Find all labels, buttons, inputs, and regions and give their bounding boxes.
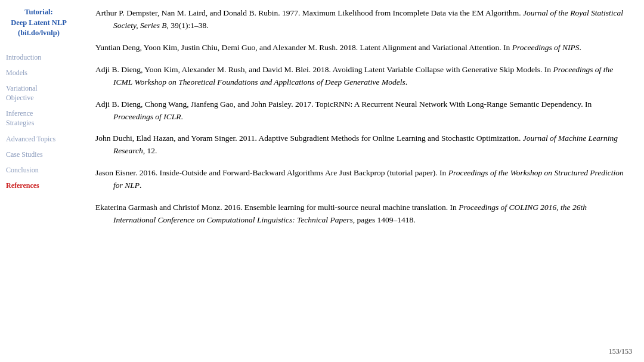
list-item: Adji B. Dieng, Chong Wang, Jianfeng Gao,… (95, 98, 626, 123)
sidebar-item-introduction[interactable]: Introduction (5, 49, 73, 65)
journal-title: Proceedings of the Workshop on Structure… (113, 168, 624, 190)
reference-list: Arthur P. Dempster, Nan M. Laird, and Do… (95, 7, 626, 236)
list-item: Ekaterina Garmash and Christof Monz. 201… (95, 202, 626, 227)
main-content: Arthur P. Dempster, Nan M. Laird, and Do… (78, 0, 644, 362)
sidebar-item-advanced-topics[interactable]: Advanced Topics (5, 131, 73, 147)
sidebar-item-conclusion[interactable]: Conclusion (5, 162, 73, 178)
sidebar-title-line1: Tutorial: (24, 8, 52, 16)
list-item: Arthur P. Dempster, Nan M. Laird, and Do… (95, 7, 626, 32)
sidebar-title: Tutorial: Deep Latent NLP (bit.do/lvnlp) (5, 7, 73, 39)
sidebar-nav: Introduction Models VariationalObjective… (5, 49, 73, 194)
journal-title: Proceedings of the ICML Workshop on Theo… (113, 65, 613, 86)
journal-title: Journal of the Royal Statistical Society… (113, 8, 623, 30)
sidebar: Tutorial: Deep Latent NLP (bit.do/lvnlp)… (0, 0, 78, 362)
sidebar-item-case-studies[interactable]: Case Studies (5, 147, 73, 162)
list-item: Jason Eisner. 2016. Inside-Outside and F… (95, 167, 626, 192)
journal-title: Journal of Machine Learning Research (113, 134, 618, 155)
journal-title: Proceedings of COLING 2016, the 26th Int… (113, 203, 587, 224)
sidebar-title-line3: (bit.do/lvnlp) (18, 29, 60, 37)
sidebar-item-references[interactable]: References (5, 178, 73, 193)
list-item: John Duchi, Elad Hazan, and Yoram Singer… (95, 132, 626, 157)
sidebar-item-inference-strategies[interactable]: InferenceStrategies (5, 106, 73, 131)
list-item: Yuntian Deng, Yoon Kim, Justin Chiu, Dem… (95, 42, 626, 54)
journal-title: Proceedings of ICLR (113, 112, 181, 121)
sidebar-title-line2: Deep Latent NLP (11, 18, 67, 27)
sidebar-item-models[interactable]: Models (5, 65, 73, 81)
sidebar-item-variational-objective[interactable]: VariationalObjective (5, 81, 73, 106)
list-item: Adji B. Dieng, Yoon Kim, Alexander M. Ru… (95, 64, 626, 89)
page-number: 153/153 (609, 347, 632, 356)
journal-title: Proceedings of NIPS (512, 43, 580, 52)
